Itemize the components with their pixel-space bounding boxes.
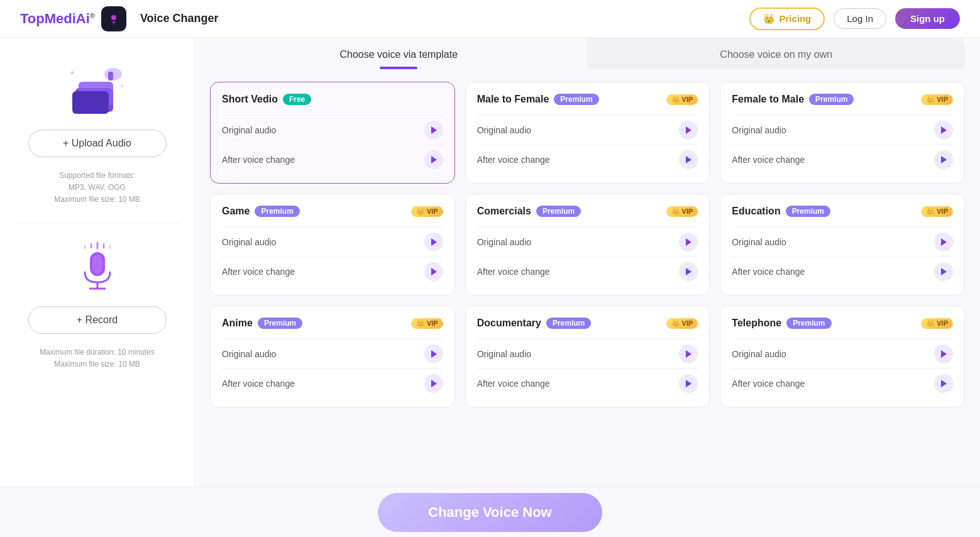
play-button[interactable] xyxy=(424,374,443,393)
voice-card-game[interactable]: Game Premium 👑 VIP Original audio After … xyxy=(210,194,455,296)
change-voice-button[interactable]: Change Voice Now xyxy=(378,493,602,532)
badge: Free xyxy=(283,94,311,105)
play-button[interactable] xyxy=(934,150,953,169)
svg-rect-6 xyxy=(72,91,109,114)
play-button[interactable] xyxy=(679,233,698,252)
voice-card-header: Female to Male Premium 👑 VIP xyxy=(732,94,953,105)
svg-rect-3 xyxy=(113,23,114,25)
svg-marker-25 xyxy=(941,126,947,134)
header: TopMediAi® Voice Changer 👑 Pricing Log I… xyxy=(0,0,980,38)
play-button[interactable] xyxy=(934,345,953,363)
sidebar: ✦ ✦ + Upload Audio Supported file format… xyxy=(0,38,195,487)
svg-marker-26 xyxy=(941,156,947,163)
audio-label: Original audio xyxy=(222,349,276,359)
badge: Premium xyxy=(809,94,854,105)
audio-row: After voice change xyxy=(732,257,953,286)
pricing-button[interactable]: 👑 Pricing xyxy=(749,8,825,30)
audio-row: Original audio xyxy=(732,227,953,257)
content-area: Choose voice via template Choose voice o… xyxy=(195,38,980,487)
login-button[interactable]: Log In xyxy=(834,8,886,29)
voice-card-title: Game xyxy=(222,206,250,217)
svg-marker-31 xyxy=(941,238,947,246)
audio-row: Original audio xyxy=(732,339,953,368)
app-icon xyxy=(101,6,126,31)
audio-label: After voice change xyxy=(477,379,550,389)
play-button[interactable] xyxy=(679,121,698,140)
audio-label: Original audio xyxy=(477,125,531,135)
voice-card-header: Male to Female Premium 👑 VIP xyxy=(477,94,698,105)
svg-marker-33 xyxy=(431,350,437,358)
audio-label: Original audio xyxy=(732,237,786,247)
play-button[interactable] xyxy=(424,345,443,363)
voice-card-header: Game Premium 👑 VIP xyxy=(222,206,443,217)
audio-label: After voice change xyxy=(732,155,805,165)
badge: Premium xyxy=(258,318,302,329)
voice-card-header: Telephone Premium 👑 VIP xyxy=(732,318,953,329)
mic-illustration xyxy=(72,240,123,296)
badge: Premium xyxy=(786,318,831,329)
main-layout: ✦ ✦ + Upload Audio Supported file format… xyxy=(0,38,980,487)
sidebar-divider xyxy=(13,223,182,223)
svg-text:✦: ✦ xyxy=(69,69,75,77)
voice-card-comercials[interactable]: Comercials Premium 👑 VIP Original audio … xyxy=(465,194,710,296)
badge: Premium xyxy=(255,206,299,217)
svg-marker-27 xyxy=(431,238,437,246)
vip-badge: 👑 VIP xyxy=(921,94,953,105)
play-button[interactable] xyxy=(424,233,443,252)
audio-row: Original audio xyxy=(222,227,443,257)
upload-audio-button[interactable]: + Upload Audio xyxy=(28,130,167,157)
play-button[interactable] xyxy=(424,150,443,169)
play-button[interactable] xyxy=(934,121,953,140)
tabs-container: Choose voice via template Choose voice o… xyxy=(210,38,965,69)
voice-card-anime[interactable]: Anime Premium 👑 VIP Original audio After… xyxy=(210,306,455,407)
play-button[interactable] xyxy=(934,233,953,252)
play-button[interactable] xyxy=(679,262,698,281)
voice-card-short-vedio[interactable]: Short Vedio Free Original audio After vo… xyxy=(210,82,455,184)
voice-card-documentary[interactable]: Documentary Premium 👑 VIP Original audio… xyxy=(465,306,710,407)
vip-badge: 👑 VIP xyxy=(411,318,443,329)
tab-template[interactable]: Choose voice via template xyxy=(210,38,588,69)
crown-icon: 👑 xyxy=(763,13,775,25)
voice-card-header: Anime Premium 👑 VIP xyxy=(222,318,443,329)
voice-card-male-to-female[interactable]: Male to Female Premium 👑 VIP Original au… xyxy=(465,82,710,184)
audio-label: Original audio xyxy=(477,349,531,359)
bottom-bar: Change Voice Now xyxy=(0,487,980,537)
voice-grid: Short Vedio Free Original audio After vo… xyxy=(210,82,965,407)
svg-marker-22 xyxy=(431,156,437,163)
voice-card-female-to-male[interactable]: Female to Male Premium 👑 VIP Original au… xyxy=(720,82,965,184)
svg-marker-32 xyxy=(941,268,947,275)
signup-button[interactable]: Sign up xyxy=(895,8,960,29)
play-button[interactable] xyxy=(679,150,698,169)
audio-label: Original audio xyxy=(732,125,786,135)
audio-row: Original audio xyxy=(732,115,953,145)
audio-label: After voice change xyxy=(477,155,550,165)
play-button[interactable] xyxy=(679,345,698,363)
svg-marker-21 xyxy=(431,126,437,134)
badge: Premium xyxy=(786,206,830,217)
vip-badge: 👑 VIP xyxy=(666,94,698,105)
tab-own[interactable]: Choose voice on my own xyxy=(588,38,966,69)
svg-marker-38 xyxy=(941,380,947,387)
vip-badge: 👑 VIP xyxy=(411,206,443,217)
play-button[interactable] xyxy=(679,374,698,393)
logo-text: TopMediAi® xyxy=(20,11,95,27)
voice-card-title: Male to Female xyxy=(477,94,549,105)
voice-card-education[interactable]: Education Premium 👑 VIP Original audio A… xyxy=(720,194,965,296)
voice-card-title: Comercials xyxy=(477,206,531,217)
audio-label: After voice change xyxy=(477,267,550,277)
svg-marker-24 xyxy=(686,156,691,163)
voice-card-telephone[interactable]: Telephone Premium 👑 VIP Original audio A… xyxy=(720,306,965,407)
audio-row: After voice change xyxy=(222,368,443,398)
record-button[interactable]: + Record xyxy=(28,306,167,334)
play-button[interactable] xyxy=(934,374,953,393)
audio-label: Original audio xyxy=(477,237,531,247)
play-button[interactable] xyxy=(424,121,443,140)
play-button[interactable] xyxy=(934,262,953,281)
audio-label: After voice change xyxy=(222,379,295,389)
svg-marker-29 xyxy=(686,238,691,246)
voice-card-title: Female to Male xyxy=(732,94,804,105)
play-button[interactable] xyxy=(424,262,443,281)
audio-row: After voice change xyxy=(222,257,443,286)
svg-marker-37 xyxy=(941,350,947,358)
audio-label: After voice change xyxy=(222,267,295,277)
